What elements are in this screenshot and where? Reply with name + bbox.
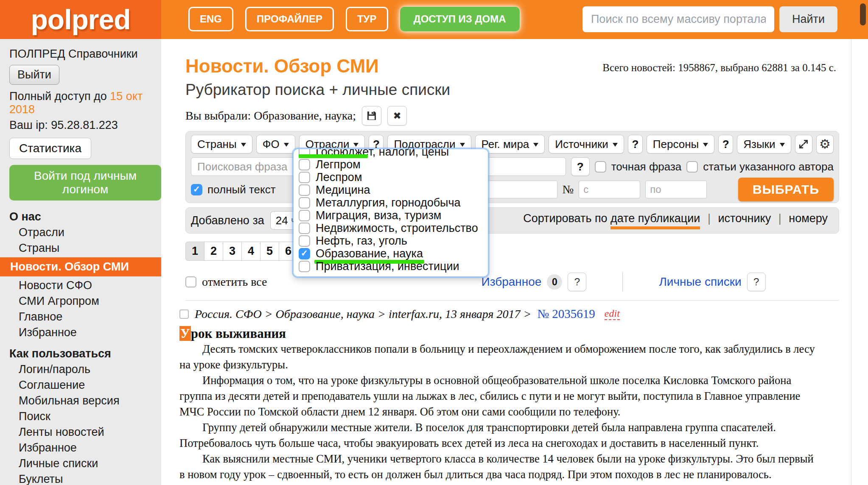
sidebar-item-personal-lists[interactable]: Личные списки (9, 456, 161, 471)
sidebar-item-favorites-2[interactable]: Избранное (9, 440, 161, 456)
sidebar-header-about[interactable]: О нас (9, 209, 161, 225)
item-checkbox[interactable] (299, 172, 310, 183)
portal-search-input[interactable] (582, 6, 774, 32)
expand-button[interactable] (795, 135, 812, 153)
dropdown-item[interactable]: Металлургия, горнодобыча (299, 196, 488, 209)
page-title: Новости. Обзор СМИ (185, 57, 379, 75)
sort-by-date-link[interactable]: дате публикации (610, 212, 700, 229)
article-title: Урок выживания (179, 326, 820, 341)
sidebar-header-how-to-use[interactable]: Как пользоваться (9, 346, 161, 362)
chevron-down-icon (460, 143, 465, 147)
sidebar-menu: О нас Отрасли Страны Новости. Обзор СМИ … (9, 209, 161, 485)
dropdown-item-education-science[interactable]: Образование, наука (299, 247, 488, 260)
page-button-1[interactable]: 1 (185, 242, 204, 261)
added-sort-panel: Добавлено за 24 ча Сортировать по дате п… (185, 207, 839, 234)
exact-phrase-label: точная фраза (611, 160, 682, 173)
chevron-down-icon (353, 143, 358, 147)
personal-lists-help-button[interactable]: ? (747, 273, 766, 291)
sidebar-item-login-password[interactable]: Логин/пароль (9, 362, 161, 377)
personal-login-button[interactable]: Войти под личным логином (9, 165, 161, 201)
sidebar-item-search[interactable]: Поиск (9, 409, 161, 424)
dropdown-item[interactable]: Недвижимость, строительство (299, 222, 488, 234)
statistics-button[interactable]: Статистика (9, 138, 91, 159)
content-scrollbar-track[interactable] (851, 39, 851, 485)
dropdown-item[interactable]: Леспром (299, 171, 488, 184)
number-from-input[interactable] (579, 181, 640, 198)
article-breadcrumb: Россия. СФО > Образование, наука > inter… (195, 307, 531, 321)
item-checkbox[interactable] (299, 223, 310, 234)
page-button-4[interactable]: 4 (241, 242, 260, 261)
main-content: Новости. Обзор СМИ Всего новостей: 19588… (161, 39, 868, 485)
item-checkbox[interactable] (299, 159, 310, 170)
profiler-button[interactable]: ПРОФАЙЛЕР (245, 7, 334, 31)
tour-button[interactable]: ТУР (346, 7, 388, 31)
fo-dropdown[interactable]: ФО (256, 135, 295, 153)
sidebar-item-news-media-review[interactable]: Новости. Обзор СМИ (0, 257, 161, 276)
select-button[interactable]: ВЫБРАТЬ (738, 178, 834, 201)
page-button-2[interactable]: 2 (204, 242, 223, 261)
sidebar-item-news-sfo[interactable]: Новости СФО (9, 278, 161, 293)
sidebar-item-countries[interactable]: Страны (9, 240, 161, 256)
dropdown-item[interactable]: Нефть, газ, уголь (299, 234, 488, 247)
page-button-3[interactable]: 3 (223, 242, 242, 261)
sidebar-item-mobile-version[interactable]: Мобильная версия (9, 393, 161, 409)
eng-button[interactable]: ENG (188, 7, 233, 31)
full-text-checkbox[interactable] (191, 184, 202, 195)
sidebar-item-news-feeds[interactable]: Ленты новостей (9, 424, 161, 440)
item-checkbox[interactable] (299, 261, 310, 272)
author-articles-checkbox[interactable] (686, 161, 698, 173)
clear-selection-button[interactable]: ✖ (387, 106, 407, 125)
persons-help-button[interactable]: ? (718, 135, 733, 153)
settings-button[interactable]: ⚙ (816, 135, 834, 153)
number-to-input[interactable] (645, 181, 707, 198)
mark-all-checkbox[interactable] (185, 276, 196, 287)
item-checkbox[interactable] (299, 184, 310, 196)
sidebar-item-smi-agroprom[interactable]: СМИ Агропром (9, 293, 161, 309)
author-articles-label: статьи указанного автора (703, 160, 834, 173)
article-edit-link[interactable]: edit (605, 308, 620, 320)
persons-dropdown[interactable]: Персоны (647, 135, 714, 153)
sources-help-button[interactable]: ? (628, 135, 643, 153)
save-selection-button[interactable] (362, 106, 381, 125)
favorites-count-badge: 0 (547, 274, 562, 290)
dropdown-item[interactable]: Легпром (299, 158, 488, 171)
page-scrollbar-thumb[interactable] (860, 3, 866, 25)
home-access-button[interactable]: ДОСТУП ИЗ ДОМА (400, 7, 520, 31)
logo[interactable]: polpred (0, 0, 161, 39)
sources-dropdown[interactable]: Источники (549, 135, 624, 153)
chevron-down-icon (613, 143, 618, 147)
exact-phrase-checkbox[interactable] (595, 161, 606, 173)
item-checkbox-checked[interactable] (299, 248, 310, 259)
logo-text: polpred (31, 3, 131, 36)
countries-dropdown[interactable]: Страны (191, 135, 252, 153)
find-button[interactable]: Найти (779, 6, 837, 32)
languages-dropdown[interactable]: Языки (737, 135, 791, 153)
full-text-row: полный текст № ВЫБРАТЬ (191, 180, 834, 199)
page-button-5[interactable]: 5 (260, 242, 279, 261)
dropdown-item[interactable]: Приватизация, инвестиции (299, 260, 488, 273)
favorites-link[interactable]: Избранное (482, 275, 542, 289)
item-checkbox[interactable] (299, 210, 310, 221)
logout-button[interactable]: Выйти (9, 65, 59, 85)
sidebar-item-favorites[interactable]: Избранное (9, 325, 161, 340)
sidebar-item-industries[interactable]: Отрасли (9, 225, 161, 240)
close-icon: ✖ (393, 110, 401, 122)
personal-lists-link[interactable]: Личные списки (659, 275, 741, 289)
sidebar-item-agreement[interactable]: Соглашение (9, 377, 161, 393)
favorites-help-button[interactable]: ? (568, 273, 586, 291)
item-checkbox[interactable] (299, 197, 310, 209)
sort-label: Сортировать по (523, 212, 607, 225)
dropdown-item[interactable]: Медицина (299, 184, 488, 196)
sort-by-number-link[interactable]: номеру (789, 212, 828, 225)
article-paragraph: Группу детей обнаружили местные жители. … (179, 420, 820, 451)
article-title-highlight: У (179, 326, 191, 341)
article-checkbox[interactable] (179, 309, 189, 319)
item-checkbox[interactable] (299, 235, 310, 247)
dropdown-item[interactable]: Миграция, виза, туризм (299, 209, 488, 222)
article-paragraph: Как выяснили местные СМИ, ученики четвер… (179, 451, 820, 485)
sidebar-item-booklets[interactable]: Буклеты (9, 471, 161, 485)
sidebar-item-main[interactable]: Главное (9, 309, 161, 325)
article-number-link[interactable]: № 2035619 (537, 307, 595, 321)
phrase-help-button[interactable]: ? (571, 157, 590, 176)
sort-by-source-link[interactable]: источнику (718, 212, 771, 225)
